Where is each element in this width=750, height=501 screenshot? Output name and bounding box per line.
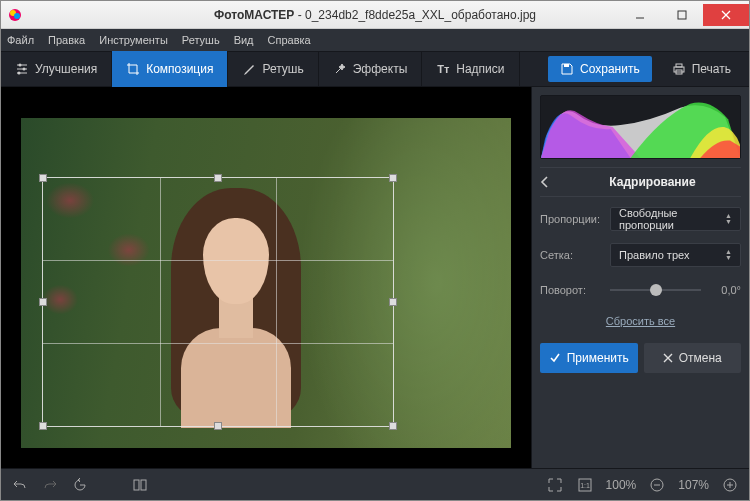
- grid-select[interactable]: Правило трех ▲▼: [610, 243, 741, 267]
- tab-composition[interactable]: Композиция: [112, 51, 228, 87]
- crop-handle-r[interactable]: [389, 298, 397, 306]
- text-icon: Tт: [436, 62, 450, 76]
- crop-icon: [126, 62, 140, 76]
- svg-point-8: [23, 68, 26, 71]
- crop-handle-bl[interactable]: [39, 422, 47, 430]
- sliders-icon: [15, 62, 29, 76]
- menu-help[interactable]: Справка: [268, 34, 311, 46]
- panel-title: Кадрирование: [564, 175, 741, 189]
- check-icon: [549, 352, 561, 364]
- svg-point-7: [19, 64, 22, 67]
- redo-button[interactable]: [41, 476, 59, 494]
- svg-rect-4: [678, 11, 686, 19]
- rotate-slider[interactable]: [610, 282, 701, 298]
- svg-text:1:1: 1:1: [580, 482, 590, 489]
- svg-rect-15: [141, 480, 146, 490]
- crop-frame[interactable]: [43, 178, 393, 426]
- crop-handle-tr[interactable]: [389, 174, 397, 182]
- menubar: Файл Правка Инструменты Ретушь Вид Справ…: [1, 29, 749, 51]
- maximize-button[interactable]: [661, 4, 703, 26]
- canvas-area[interactable]: [1, 87, 531, 468]
- histogram: [540, 95, 741, 159]
- print-icon: [672, 62, 686, 76]
- menu-retouch[interactable]: Ретушь: [182, 34, 220, 46]
- brush-icon: [242, 62, 256, 76]
- menu-edit[interactable]: Правка: [48, 34, 85, 46]
- svg-rect-10: [564, 64, 569, 67]
- print-button[interactable]: Печать: [660, 56, 743, 82]
- save-icon: [560, 62, 574, 76]
- zoom-value: 107%: [678, 478, 709, 492]
- aspect-select[interactable]: Свободные пропорции ▲▼: [610, 207, 741, 231]
- close-icon: [663, 353, 673, 363]
- tab-effects[interactable]: Эффекты: [319, 51, 423, 87]
- cancel-button[interactable]: Отмена: [644, 343, 742, 373]
- crop-handle-b[interactable]: [214, 422, 222, 430]
- crop-handle-t[interactable]: [214, 174, 222, 182]
- app-icon: [7, 7, 23, 23]
- crop-handle-tl[interactable]: [39, 174, 47, 182]
- wand-icon: [333, 62, 347, 76]
- menu-file[interactable]: Файл: [7, 34, 34, 46]
- menu-view[interactable]: Вид: [234, 34, 254, 46]
- close-button[interactable]: [703, 4, 749, 26]
- photo: [21, 118, 511, 448]
- svg-point-9: [18, 72, 21, 75]
- zoom-out-button[interactable]: [648, 476, 666, 494]
- tab-retouch[interactable]: Ретушь: [228, 51, 318, 87]
- back-button[interactable]: [540, 176, 564, 188]
- aspect-label: Пропорции:: [540, 213, 602, 225]
- rotate-label: Поворот:: [540, 284, 602, 296]
- zoom-fit-value: 100%: [606, 478, 637, 492]
- zoom-in-button[interactable]: [721, 476, 739, 494]
- chevron-updown-icon: ▲▼: [725, 249, 732, 261]
- statusbar: 1:1 100% 107%: [1, 468, 749, 500]
- reset-link[interactable]: Сбросить все: [540, 315, 741, 327]
- titlebar: ФотоМАСТЕР - 0_234db2_f8dde25a_XXL_обраб…: [1, 1, 749, 29]
- chevron-updown-icon: ▲▼: [725, 213, 732, 225]
- tab-captions[interactable]: Tт Надписи: [422, 51, 519, 87]
- svg-rect-12: [676, 64, 682, 67]
- rotate-value: 0,0°: [709, 284, 741, 296]
- menu-tools[interactable]: Инструменты: [99, 34, 168, 46]
- revert-button[interactable]: [71, 476, 89, 494]
- svg-rect-14: [134, 480, 139, 490]
- save-button[interactable]: Сохранить: [548, 56, 652, 82]
- fit-screen-button[interactable]: [546, 476, 564, 494]
- toolbar: Улучшения Композиция Ретушь Эффекты Tт Н…: [1, 51, 749, 87]
- actual-size-button[interactable]: 1:1: [576, 476, 594, 494]
- compare-button[interactable]: [131, 476, 149, 494]
- tab-enhancements[interactable]: Улучшения: [1, 51, 112, 87]
- crop-handle-l[interactable]: [39, 298, 47, 306]
- crop-handle-br[interactable]: [389, 422, 397, 430]
- minimize-button[interactable]: [619, 4, 661, 26]
- undo-button[interactable]: [11, 476, 29, 494]
- side-panel: Кадрирование Пропорции: Свободные пропор…: [531, 87, 749, 468]
- svg-point-2: [14, 13, 20, 19]
- apply-button[interactable]: Применить: [540, 343, 638, 373]
- grid-label: Сетка:: [540, 249, 602, 261]
